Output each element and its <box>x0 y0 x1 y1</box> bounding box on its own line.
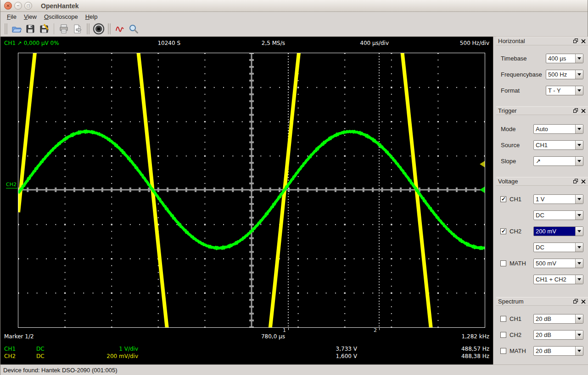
docker-title: Trigger <box>498 107 571 114</box>
ch1-voltage-checkbox[interactable] <box>500 196 506 202</box>
frequencybase-text: 500 Hz/div <box>460 40 489 46</box>
trigger-source-select[interactable]: CH1 <box>533 140 583 150</box>
save-as-icon <box>39 23 50 34</box>
zoom-button[interactable] <box>127 22 140 35</box>
ch2-spectrum-label: CH2 <box>510 331 521 338</box>
docker-title: Horizontal <box>498 38 571 44</box>
math-magnitude-select[interactable]: 20 dB <box>533 346 583 356</box>
chevron-down-icon[interactable] <box>575 331 583 339</box>
toolbar-separator <box>54 23 54 34</box>
print-button[interactable] <box>57 22 71 35</box>
signal-view-button[interactable] <box>113 22 127 35</box>
chevron-down-icon[interactable] <box>575 86 583 95</box>
math-mode-select[interactable]: CH1 + CH2 <box>533 275 583 284</box>
magnifier-icon <box>128 23 139 34</box>
menu-item-file[interactable]: File <box>3 12 20 21</box>
frequencybase-select[interactable]: 500 Hz <box>546 70 583 79</box>
toolbar-handle[interactable] <box>87 23 90 34</box>
trigger-source-label: Source <box>501 142 520 149</box>
toolbar <box>0 22 588 37</box>
float-icon[interactable] <box>572 38 579 44</box>
float-icon[interactable] <box>572 178 579 184</box>
ch2-offset-marker[interactable]: CH2 <box>6 182 17 188</box>
chevron-down-icon[interactable] <box>575 314 583 323</box>
float-icon[interactable] <box>572 298 579 304</box>
window-title: OpenHantek <box>41 2 78 10</box>
docker-trigger: Trigger Mode Auto Source CH1 Slope ↗ <box>496 106 588 176</box>
chevron-down-icon[interactable] <box>575 243 583 252</box>
docker-trigger-titlebar[interactable]: Trigger <box>496 106 588 115</box>
ch1-coupling-select[interactable]: DC <box>533 210 583 220</box>
menu-item-oscilloscope[interactable]: Oscilloscope <box>40 12 82 21</box>
trigger-mode-select[interactable]: Auto <box>533 124 583 134</box>
ch2-coupling: DC <box>36 353 45 359</box>
chevron-down-icon[interactable] <box>575 275 583 284</box>
window-close-button[interactable]: ✕ <box>4 2 12 10</box>
chevron-down-icon[interactable] <box>575 195 583 204</box>
float-icon[interactable] <box>572 108 579 114</box>
marker1-label[interactable]: 1 <box>280 327 286 333</box>
ch1-gain-select[interactable]: 1 V <box>533 194 583 204</box>
chevron-down-icon[interactable] <box>575 347 583 355</box>
ch2-gain-select[interactable]: 200 mV <box>533 226 583 236</box>
format-select[interactable]: T - Y <box>546 86 583 95</box>
chevron-down-icon[interactable] <box>575 125 583 133</box>
toolbar-handle[interactable] <box>5 23 7 34</box>
ch1-info-row: CH1 DC 1 V/div 3,733 V 488,57 Hz <box>0 346 493 353</box>
docker-title: Spectrum <box>498 298 571 305</box>
docker-title: Voltage <box>498 178 571 185</box>
ch2-voltage-checkbox[interactable] <box>500 228 506 234</box>
ch2-coupling-select[interactable]: DC <box>533 243 583 252</box>
docker-spectrum-titlebar[interactable]: Spectrum <box>496 297 588 306</box>
chevron-down-icon[interactable] <box>575 259 583 268</box>
chevron-down-icon[interactable] <box>575 157 583 165</box>
close-icon[interactable] <box>580 298 587 304</box>
save-button[interactable] <box>23 22 37 35</box>
ch2-spectrum-checkbox[interactable] <box>500 332 506 338</box>
marker2-label[interactable]: 2 <box>370 327 377 333</box>
dock-splitter[interactable] <box>493 37 496 364</box>
docker-voltage-titlebar[interactable]: Voltage <box>496 177 588 186</box>
sine-wave-icon <box>114 23 125 34</box>
ch1-magnitude-select[interactable]: 20 dB <box>533 314 583 324</box>
menu-item-help[interactable]: Help <box>82 12 101 21</box>
chevron-down-icon[interactable] <box>575 70 583 79</box>
math-voltage-checkbox[interactable] <box>500 260 506 266</box>
ch2-magnitude-select[interactable]: 20 dB <box>533 330 583 340</box>
open-button[interactable] <box>10 22 23 35</box>
window-titlebar[interactable]: ✕ − □ OpenHantek <box>0 0 588 12</box>
chevron-down-icon[interactable] <box>575 141 583 149</box>
ch2-info-row: CH2 DC 200 mV/div 1,600 V 488,38 Hz <box>0 353 493 360</box>
timebase-label: Timebase <box>501 55 527 62</box>
ch1-spectrum-checkbox[interactable] <box>500 316 506 322</box>
close-icon[interactable] <box>580 108 587 114</box>
samplerate-text: 2,5 MS/s <box>262 40 285 46</box>
chevron-down-icon[interactable] <box>575 54 583 63</box>
trigger-slope-select[interactable]: ↗ <box>533 156 583 166</box>
menu-item-view[interactable]: View <box>20 12 40 21</box>
close-icon[interactable] <box>580 178 587 184</box>
save-icon <box>25 23 36 34</box>
window-maximize-button[interactable]: □ <box>24 2 32 10</box>
main-area: CH1 ↗ 0,000 µV 0% 10240 S 2,5 MS/s 400 µ… <box>0 37 588 364</box>
close-icon[interactable] <box>580 38 587 44</box>
docker-horizontal: Horizontal Timebase 400 µs Frequencybase… <box>496 37 588 105</box>
math-spectrum-checkbox[interactable] <box>500 348 506 354</box>
toolbar-handle[interactable] <box>108 23 111 34</box>
trigger-mode-label: Mode <box>501 126 516 132</box>
ch1-amplitude: 3,733 V <box>336 346 357 352</box>
ch1-frequency: 488,57 Hz <box>461 346 489 352</box>
window-minimize-button[interactable]: − <box>14 2 22 10</box>
chevron-down-icon[interactable] <box>575 227 583 236</box>
chevron-down-icon[interactable] <box>575 211 583 220</box>
ch1-coupling: DC <box>36 346 45 352</box>
math-spectrum-label: MATH <box>510 347 526 354</box>
timebase-select[interactable]: 400 µs <box>546 54 583 63</box>
print-icon <box>58 23 69 34</box>
save-as-button[interactable] <box>37 22 51 35</box>
export-button[interactable] <box>71 22 84 35</box>
scope-display[interactable] <box>18 53 485 328</box>
math-gain-select[interactable]: 500 mV <box>533 259 583 268</box>
stop-sampling-button[interactable] <box>92 22 106 35</box>
docker-horizontal-titlebar[interactable]: Horizontal <box>496 37 588 45</box>
